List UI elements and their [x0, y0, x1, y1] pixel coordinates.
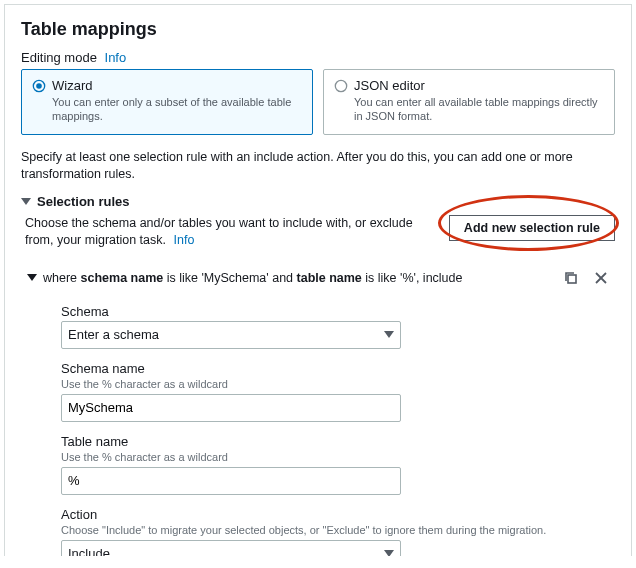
svg-point-1 — [36, 83, 42, 89]
duplicate-rule-button[interactable] — [559, 266, 583, 290]
schema-name-field-hint: Use the % character as a wildcard — [61, 378, 615, 390]
selection-rule-item: where schema name is like 'MySchema' and… — [25, 262, 615, 568]
editing-mode-label: Editing mode Info — [21, 50, 615, 65]
editing-mode-options: Wizard You can enter only a subset of th… — [21, 69, 615, 135]
help-text: Specify at least one selection rule with… — [21, 149, 615, 184]
selection-rules-desc-text: Choose the schema and/or tables you want… — [25, 216, 413, 248]
rule-summary-mid2: is like '%', include — [362, 271, 463, 285]
selection-rules-toggle[interactable]: Selection rules — [21, 194, 615, 209]
schema-select-value: Enter a schema — [68, 327, 159, 342]
mode-json-desc: You can enter all available table mappin… — [354, 95, 604, 124]
remove-rule-button[interactable] — [589, 266, 613, 290]
rule-summary-mid1: is like 'MySchema' and — [163, 271, 296, 285]
close-icon — [593, 270, 609, 286]
schema-name-field-label: Schema name — [61, 361, 615, 376]
svg-marker-3 — [21, 198, 31, 205]
selection-rules-info-link[interactable]: Info — [174, 233, 195, 247]
action-field-label: Action — [61, 507, 615, 522]
mode-wizard-title: Wizard — [52, 78, 302, 93]
rule-summary-schema-label: schema name — [81, 271, 164, 285]
rule-summary-table-label: table name — [297, 271, 362, 285]
selection-rules-desc: Choose the schema and/or tables you want… — [25, 215, 437, 250]
schema-name-input[interactable] — [61, 394, 401, 422]
panel-title: Table mappings — [21, 19, 615, 40]
mode-card-json[interactable]: JSON editor You can enter all available … — [323, 69, 615, 135]
rule-summary-prefix: where — [43, 271, 81, 285]
radio-selected-icon — [32, 79, 46, 93]
caret-down-icon — [21, 194, 31, 209]
table-mappings-panel: Table mappings Editing mode Info Wizard … — [4, 4, 632, 564]
copy-icon — [563, 270, 579, 286]
schema-select[interactable]: Enter a schema — [61, 321, 401, 349]
radio-unselected-icon — [334, 79, 348, 93]
svg-point-2 — [335, 80, 346, 91]
table-name-field-hint: Use the % character as a wildcard — [61, 451, 615, 463]
action-field-hint: Choose "Include" to migrate your selecte… — [61, 524, 615, 536]
chevron-down-icon — [384, 327, 394, 342]
torn-edge-decoration — [0, 556, 636, 568]
table-name-input[interactable] — [61, 467, 401, 495]
selection-rules-header-text: Selection rules — [37, 194, 129, 209]
mode-card-wizard[interactable]: Wizard You can enter only a subset of th… — [21, 69, 313, 135]
rule-summary: where schema name is like 'MySchema' and… — [43, 271, 462, 285]
table-name-field-label: Table name — [61, 434, 615, 449]
mode-wizard-desc: You can enter only a subset of the avail… — [52, 95, 302, 124]
rule-form: Schema Enter a schema Schema name Use th… — [61, 304, 615, 568]
editing-mode-info-link[interactable]: Info — [105, 50, 127, 65]
schema-field-label: Schema — [61, 304, 615, 319]
mode-json-title: JSON editor — [354, 78, 604, 93]
caret-down-icon[interactable] — [27, 271, 37, 285]
svg-marker-4 — [27, 274, 37, 281]
add-new-selection-rule-button[interactable]: Add new selection rule — [449, 215, 615, 241]
svg-rect-5 — [568, 275, 576, 283]
editing-mode-text: Editing mode — [21, 50, 97, 65]
svg-marker-8 — [384, 331, 394, 338]
